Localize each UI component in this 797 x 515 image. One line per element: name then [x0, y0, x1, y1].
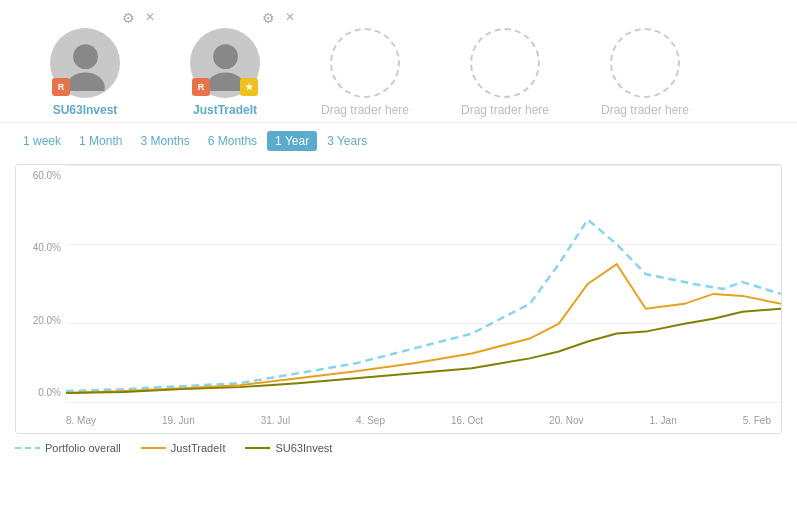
legend-item-su63invest: SU63Invest	[245, 442, 332, 454]
close-icon-1[interactable]: ✕	[145, 10, 155, 24]
trader-slot-1: ⚙ ✕ R SU63Invest	[15, 10, 155, 117]
x-label-feb: 5. Feb	[743, 415, 771, 426]
x-label-may: 8. May	[66, 415, 96, 426]
drag-circle-2	[470, 28, 540, 98]
x-label-nov: 20. Nov	[549, 415, 583, 426]
time-btn-3m[interactable]: 3 Months	[132, 131, 197, 151]
x-label-jan: 1. Jan	[649, 415, 676, 426]
svg-point-2	[213, 44, 238, 69]
avatar-1: R	[50, 28, 120, 98]
y-axis: 60.0% 40.0% 20.0% 0.0%	[16, 165, 66, 403]
x-label-sep: 4. Sep	[356, 415, 385, 426]
svg-point-1	[66, 72, 105, 91]
close-icon-2[interactable]: ✕	[285, 10, 295, 24]
y-label-60: 60.0%	[21, 170, 61, 181]
y-label-40: 40.0%	[21, 242, 61, 253]
gear-icon-2[interactable]: ⚙	[262, 10, 275, 26]
badge-r-1: R	[52, 78, 70, 96]
legend-line-justtradeit	[141, 447, 166, 449]
gear-icon-1[interactable]: ⚙	[122, 10, 135, 26]
svg-point-0	[73, 44, 98, 69]
badge-star-2: ★	[240, 78, 258, 96]
x-label-oct: 16. Oct	[451, 415, 483, 426]
legend-line-portfolio	[15, 447, 40, 449]
drag-slot-3[interactable]: Drag trader here	[575, 28, 715, 117]
drag-circle-1	[330, 28, 400, 98]
time-btn-1w[interactable]: 1 week	[15, 131, 69, 151]
top-bar: ⚙ ✕ R SU63Invest ⚙ ✕ R ★	[0, 0, 797, 122]
x-label-jul: 31. Jul	[261, 415, 290, 426]
chart-svg-container	[66, 165, 781, 403]
drag-slot-2[interactable]: Drag trader here	[435, 28, 575, 117]
legend-label-su63invest: SU63Invest	[275, 442, 332, 454]
chart-area: 60.0% 40.0% 20.0% 0.0% 8. May 19. Jun 31…	[15, 164, 782, 434]
drag-slot-1[interactable]: Drag trader here	[295, 28, 435, 117]
trader-name-1[interactable]: SU63Invest	[53, 103, 118, 117]
legend-label-portfolio: Portfolio overall	[45, 442, 121, 454]
y-label-0: 0.0%	[21, 387, 61, 398]
badge-r-2: R	[192, 78, 210, 96]
drag-label-2: Drag trader here	[461, 103, 549, 117]
legend-line-su63invest	[245, 447, 270, 449]
x-labels: 8. May 19. Jun 31. Jul 4. Sep 16. Oct 20…	[66, 410, 781, 426]
svg-point-3	[206, 72, 245, 91]
x-label-jun: 19. Jun	[162, 415, 195, 426]
x-axis: 8. May 19. Jun 31. Jul 4. Sep 16. Oct 20…	[66, 403, 781, 433]
y-label-20: 20.0%	[21, 315, 61, 326]
drag-label-1: Drag trader here	[321, 103, 409, 117]
trader-name-2[interactable]: JustTradeIt	[193, 103, 257, 117]
drag-label-3: Drag trader here	[601, 103, 689, 117]
chart-svg	[66, 165, 781, 403]
time-btn-1y[interactable]: 1 Year	[267, 131, 317, 151]
time-btn-6m[interactable]: 6 Months	[200, 131, 265, 151]
time-bar: 1 week 1 Month 3 Months 6 Months 1 Year …	[0, 122, 797, 159]
legend-item-portfolio: Portfolio overall	[15, 442, 121, 454]
time-btn-3y[interactable]: 3 Years	[319, 131, 375, 151]
legend: Portfolio overall JustTradeIt SU63Invest	[0, 434, 797, 462]
time-btn-1m[interactable]: 1 Month	[71, 131, 130, 151]
avatar-2: R ★	[190, 28, 260, 98]
trader-slot-2: ⚙ ✕ R ★ JustTradeIt	[155, 10, 295, 117]
legend-item-justtradeit: JustTradeIt	[141, 442, 226, 454]
legend-label-justtradeit: JustTradeIt	[171, 442, 226, 454]
drag-circle-3	[610, 28, 680, 98]
